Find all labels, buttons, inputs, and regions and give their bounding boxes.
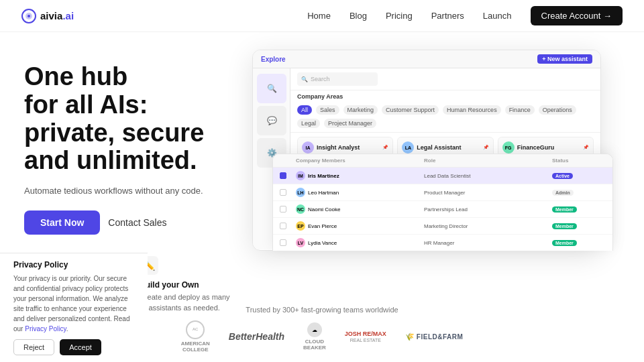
table-row[interactable]: IM Iris Martinez Lead Data Scientist Act… [273,168,612,184]
tab-all[interactable]: All [297,105,312,115]
table-row[interactable]: EP Evan Pierce Marketing Director Member [273,218,612,235]
tab-sales[interactable]: Sales [316,105,339,115]
company-areas-label: Company Areas [290,90,600,101]
nav-partners[interactable]: Partners [431,11,464,21]
tab-pm[interactable]: Project Manager [324,119,376,128]
logo-better-health: BetterHealth [229,331,284,342]
hero-subtext: Automate tedious workflows without any c… [24,186,239,196]
sidebar-icon-chat[interactable]: 💬 [257,106,286,135]
privacy-title: Privacy Policy [13,260,134,269]
nav-blog[interactable]: Blog [350,11,367,21]
logo-cloud-beaker: ☁ CLOUDBEAKER [303,322,326,351]
hero-buttons: Start Now Contact Sales [24,210,239,235]
table-header: Company Members Role Status [273,154,612,168]
row-name: LH Leo Hartman [296,188,424,197]
feature-build-title: Build your Own [140,280,233,290]
table-row[interactable]: LV Lydia Vance HR Manager Member [273,235,612,251]
tab-support[interactable]: Customer Support [382,105,439,115]
mock-topbar: 🔍 Search [290,68,600,90]
start-now-button[interactable]: Start Now [24,210,100,235]
logo-text: aivia.ai [40,10,74,21]
mock-search-input[interactable]: 🔍 Search [297,72,378,86]
logo: aivia.ai [21,9,74,23]
row-name: NC Naomi Cooke [296,204,424,214]
row-checkbox[interactable] [280,189,286,196]
navbar: aivia.ai Home Blog Pricing Partners Laun… [0,0,644,32]
logo-josh-remax: JOSH RE/MAX REAL ESTATE [345,330,386,343]
privacy-actions: Reject Accept [13,339,134,355]
trusted-section: Trusted by 300+ fast-growing teams world… [121,306,523,353]
row-checkbox[interactable] [280,206,286,213]
privacy-banner: Privacy Policy Your privacy is our prior… [0,253,148,362]
card-avatar-fg: FG [502,141,515,154]
members-table-overlay: Company Members Role Status IM Iris Mart… [272,154,613,251]
card-avatar-la: LA [402,141,414,154]
card-avatar-ia: IA [302,141,314,154]
trusted-label: Trusted by 300+ fast-growing teams world… [121,306,523,314]
table-row[interactable]: LH Leo Hartman Product Manager Admin [273,184,612,201]
row-checkbox[interactable] [280,172,286,179]
row-checkbox[interactable] [280,239,286,246]
privacy-link[interactable]: Privacy Policy [25,325,66,333]
mock-header: Explore + New assistant [253,50,600,68]
logo-field-farm: 🌾 FIELD&FARM [405,333,463,341]
nav-home[interactable]: Home [307,11,331,21]
accept-button[interactable]: Accept [60,339,101,355]
hero-headline: One hub for all AIs: private, secure and… [24,63,239,175]
members-table: Company Members Role Status IM Iris Mart… [272,154,613,251]
explore-label: Explore [261,56,286,63]
logo-icon [21,9,36,23]
nav-links: Home Blog Pricing Partners Launch Create… [307,6,623,25]
tab-operations[interactable]: Operations [539,105,576,115]
dashboard-preview: Explore + New assistant 🔍 💬 ⚙️ [252,50,620,251]
table-row[interactable]: NC Naomi Cooke Partnerships Lead Member [273,201,612,218]
contact-sales-button[interactable]: Contact Sales [108,217,166,228]
nav-pricing[interactable]: Pricing [386,11,413,21]
reject-button[interactable]: Reject [13,339,54,355]
privacy-text: Your privacy is our priority. Our secure… [13,274,134,334]
row-name: EP Evan Pierce [296,221,424,231]
svg-point-2 [28,15,30,17]
create-account-button[interactable]: Create Account → [531,6,623,25]
tab-finance[interactable]: Finance [505,105,535,115]
logo-american-college: AC AMERICANCOLLEGE [181,320,210,353]
sidebar-icon-explore[interactable]: 🔍 [257,74,286,103]
new-assistant-btn[interactable]: + New assistant [537,54,592,64]
row-name: LV Lydia Vance [296,238,424,247]
tab-hr[interactable]: Human Resources [443,105,501,115]
tab-marketing[interactable]: Marketing [343,105,378,115]
trusted-logos: AC AMERICANCOLLEGE BetterHealth ☁ CLOUDB… [121,320,523,353]
row-name: IM Iris Martinez [296,171,424,180]
mock-tabs-row: All Sales Marketing Customer Support Hum… [290,101,600,133]
tab-legal[interactable]: Legal [297,119,320,128]
row-checkbox[interactable] [280,223,286,229]
nav-launch[interactable]: Launch [483,11,512,21]
